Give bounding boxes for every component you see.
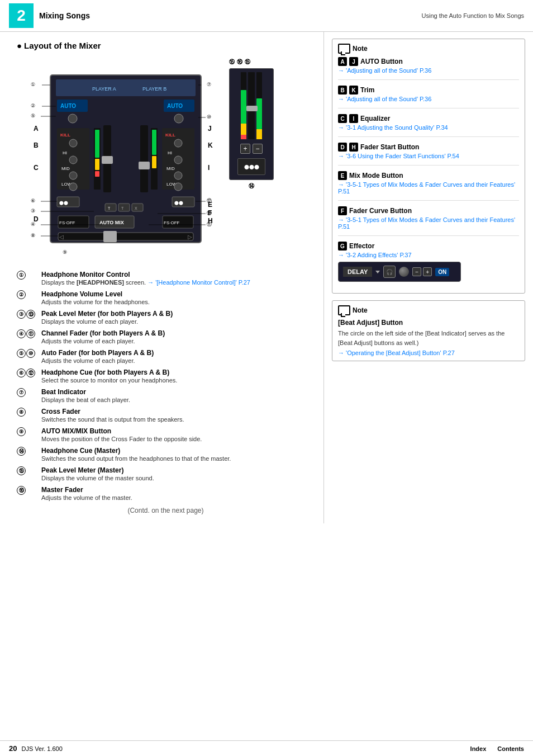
svg-point-23	[174, 156, 182, 164]
effect-knob[interactable]	[399, 267, 409, 277]
svg-text:⬤⬤: ⬤⬤	[59, 201, 68, 205]
svg-text:⑩: ⑩	[207, 114, 211, 120]
right-column: Note A J AUTO Button → 'Adjusting all of…	[324, 32, 533, 523]
effector-widget: DELAY 🎧 − + ON	[338, 262, 461, 282]
svg-text:HI: HI	[63, 150, 67, 155]
svg-point-25	[174, 172, 182, 179]
svg-rect-43	[105, 204, 116, 211]
badge-F: F	[338, 206, 347, 215]
svg-text:⬤⬤: ⬤⬤	[174, 201, 183, 205]
svg-text:D: D	[34, 215, 39, 223]
mix-mode-title: Mix Mode Button	[349, 172, 403, 179]
svg-text:I: I	[208, 164, 210, 172]
svg-text:▷: ▷	[188, 234, 192, 240]
header-left: 2 Mixing Songs	[9, 3, 90, 28]
page-header: 2 Mixing Songs Using the Auto Function t…	[0, 0, 533, 32]
svg-text:J: J	[208, 125, 212, 133]
badge-J: J	[349, 57, 358, 66]
mix-mode-link[interactable]: → '3-5-1 Types of Mix Modes & Fader Curv…	[338, 181, 519, 195]
note-item-auto: A J AUTO Button → 'Adjusting all of the …	[338, 57, 519, 80]
svg-text:AUTO: AUTO	[60, 103, 76, 109]
equalizer-title: Equalizer	[360, 115, 390, 122]
beat-adjust-item: [Beat Adjust] Button The circle on the l…	[338, 319, 519, 356]
item-num: ⑤ ⑩	[17, 349, 37, 358]
badge-H: H	[349, 143, 358, 152]
headphone-icon: 🎧	[386, 269, 393, 275]
svg-text:E: E	[208, 201, 212, 209]
note-item-header: E Mix Mode Button	[338, 171, 519, 180]
fader-curve-title: Fader Curve Button	[349, 207, 412, 215]
item-num: ②	[17, 290, 37, 299]
svg-text:C: C	[34, 164, 39, 172]
list-item: ⑯ Master Fader Adjusts the volume of the…	[17, 486, 315, 501]
svg-rect-56	[103, 231, 117, 242]
fader-curve-link[interactable]: → '3-5-1 Types of Mix Modes & Fader Curv…	[338, 216, 519, 230]
svg-text:⑦: ⑦	[207, 82, 211, 87]
svg-point-27	[174, 183, 182, 191]
svg-rect-44	[118, 204, 130, 211]
item-num: ⑨	[17, 427, 37, 436]
svg-rect-45	[132, 204, 143, 211]
item-num: ⑭	[17, 447, 37, 456]
equalizer-link[interactable]: → '3-1 Adjusting the Sound Quality' P.34	[338, 124, 519, 131]
svg-point-16	[69, 172, 77, 179]
contents-link[interactable]: Contents	[497, 745, 524, 752]
effector-link[interactable]: → '3-2 Adding Effects' P.37	[338, 252, 519, 258]
svg-text:②: ②	[31, 103, 35, 108]
note-item-header: A J AUTO Button	[338, 57, 519, 66]
note-item-effector: G Effector → '3-2 Adding Effects' P.37 D…	[338, 242, 519, 282]
svg-point-9	[174, 114, 183, 123]
svg-text:PLAYER A: PLAYER A	[92, 86, 116, 92]
index-link[interactable]: Index	[470, 745, 487, 752]
list-item: ⑭ Headphone Cue (Master) Switches the so…	[17, 447, 315, 462]
version-label: DJS Ver. 1.600	[21, 745, 62, 752]
note-header-2: Note	[338, 305, 519, 315]
note-item-header: D H Fader Start Button	[338, 143, 519, 152]
fader-start-title: Fader Start Button	[360, 143, 419, 151]
svg-point-12	[69, 139, 77, 147]
svg-text:T: T	[108, 206, 111, 210]
note-item-fader-start: D H Fader Start Button → '3-6 Using the …	[338, 143, 519, 166]
note-item-fader-curve: F Fader Curve Button → '3-5-1 Types of M…	[338, 206, 519, 236]
fader-start-link[interactable]: → '3-6 Using the Fader Start Functions' …	[338, 153, 519, 159]
note-item-header: F Fader Curve Button	[338, 206, 519, 215]
note-label: Note	[353, 45, 368, 53]
badge-K: K	[349, 86, 358, 94]
list-item: ⑨ AUTO MIX/MIX Button Moves the position…	[17, 427, 315, 442]
svg-point-18	[69, 183, 77, 191]
badge-G: G	[338, 242, 347, 251]
contd-text: (Contd. on the next page)	[17, 507, 315, 514]
mixer-items-list: ① Headphone Monitor Control Displays the…	[17, 271, 315, 501]
beat-adjust-link[interactable]: → 'Operating the [Beat Adjust] Button' P…	[338, 349, 519, 356]
on-button[interactable]: ON	[435, 268, 449, 276]
svg-rect-41	[140, 125, 148, 192]
svg-text:A: A	[34, 125, 39, 133]
minus-btn[interactable]: −	[412, 267, 421, 276]
svg-rect-40	[102, 156, 113, 164]
svg-rect-29	[95, 130, 99, 158]
svg-rect-55	[58, 233, 193, 240]
list-item: ⑦ Beat Indicator Displays the beat of ea…	[17, 388, 315, 403]
page-footer: 20 DJS Ver. 1.600 Index Contents	[0, 740, 533, 756]
svg-rect-30	[95, 159, 99, 170]
note-item-header: B K Trim	[338, 86, 519, 94]
svg-point-14	[69, 156, 77, 164]
svg-text:③: ③	[31, 208, 35, 214]
master-section: ⑮ ⑯ ⑮	[229, 58, 274, 190]
svg-text:⑨: ⑨	[63, 249, 67, 255]
plus-btn[interactable]: +	[423, 267, 432, 276]
badge-C: C	[338, 114, 347, 123]
svg-text:◁: ◁	[59, 234, 64, 240]
badge-I: I	[349, 114, 358, 123]
trim-title: Trim	[360, 86, 374, 94]
auto-button-title: AUTO Button	[360, 58, 403, 65]
note-icon-2	[338, 305, 350, 315]
trim-link[interactable]: → 'Adjusting all of the Sound' P.36	[338, 96, 519, 102]
dropdown-arrow-icon[interactable]	[375, 271, 380, 273]
item-num: ④ ⑪	[17, 329, 37, 338]
beat-adjust-title: [Beat Adjust] Button	[338, 319, 519, 327]
svg-text:MID: MID	[166, 166, 175, 171]
auto-button-link[interactable]: → 'Adjusting all of the Sound' P.36	[338, 67, 519, 74]
svg-text:KILL: KILL	[60, 133, 70, 138]
page-section-title: Using the Auto Function to Mix Songs	[422, 12, 524, 19]
